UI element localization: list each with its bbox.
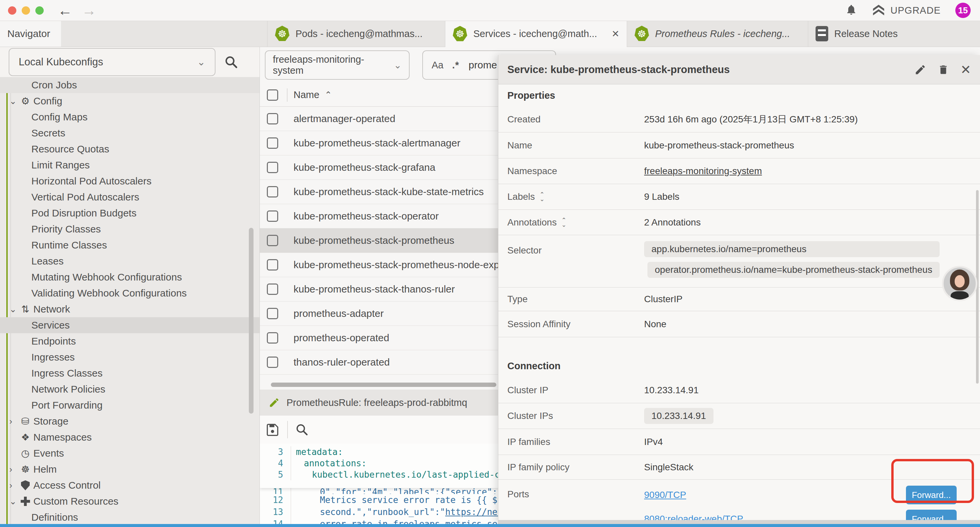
tree-chevron-icon[interactable]: ⌄: [10, 304, 19, 315]
sidebar-item-limit-ranges[interactable]: Limit Ranges: [0, 157, 259, 173]
row-namespace: Namespace freeleaps-monitoring-system: [498, 158, 980, 184]
sidebar-item-horizontal-pod-autoscalers[interactable]: Horizontal Pod Autoscalers: [0, 173, 259, 189]
window-titlebar: ← → UPGRADE 15: [0, 0, 980, 21]
line-number: 5: [260, 470, 291, 480]
tab-services[interactable]: ☸ Services - icecheng@math... ✕: [445, 21, 627, 47]
forward-port-button[interactable]: Forward...: [906, 486, 957, 504]
sidebar-item-cron-jobs[interactable]: Cron Jobs: [0, 77, 259, 93]
sort-ascending-icon[interactable]: ⌃: [325, 90, 332, 100]
expand-labels-icon[interactable]: ⌃⌄: [540, 192, 545, 201]
row-ip-families: IP families IPv4: [498, 429, 980, 455]
row-checkbox[interactable]: [267, 308, 278, 319]
line-number: 14: [260, 519, 291, 524]
expand-annotations-icon[interactable]: ⌃⌄: [562, 218, 566, 227]
sidebar-item-vertical-pod-autoscalers[interactable]: Vertical Pod Autoscalers: [0, 189, 259, 205]
upgrade-button[interactable]: UPGRADE: [872, 4, 941, 17]
save-icon[interactable]: [265, 422, 280, 437]
row-labels: Labels ⌃⌄ 9 Labels: [498, 184, 980, 210]
row-checkbox[interactable]: [267, 113, 278, 124]
row-checkbox[interactable]: [267, 210, 278, 222]
namespace-link[interactable]: freeleaps-monitoring-system: [644, 166, 762, 177]
user-avatar[interactable]: [942, 266, 977, 301]
tree-chevron-icon[interactable]: ›: [10, 416, 19, 427]
sidebar-item-ingresses[interactable]: Ingresses: [0, 349, 259, 365]
column-header-name[interactable]: Name: [294, 89, 319, 100]
avatar-torso: [951, 291, 969, 301]
sidebar-item-validating-webhook-configurations[interactable]: Validating Webhook Configurations: [0, 285, 259, 301]
delete-trash-icon[interactable]: [938, 64, 949, 76]
row-checkbox[interactable]: [267, 357, 278, 368]
row-ip-family-policy: IP family policy SingleStack: [498, 455, 980, 480]
close-tab-icon[interactable]: ✕: [606, 29, 619, 39]
row-checkbox[interactable]: [267, 137, 278, 149]
sidebar-item-ingress-classes[interactable]: Ingress Classes: [0, 365, 259, 381]
edit-pencil-icon[interactable]: [914, 64, 926, 76]
sidebar-item-storage[interactable]: › ⛁ Storage: [0, 413, 259, 429]
sidebar-item-access-control[interactable]: › Access Control: [0, 477, 259, 493]
sidebar-item-priority-classes[interactable]: Priority Classes: [0, 221, 259, 237]
sidebar-item-pod-disruption-budgets[interactable]: Pod Disruption Budgets: [0, 205, 259, 221]
row-selector: Selector app.kubernetes.io/name=promethe…: [498, 235, 980, 288]
sidebar-item-secrets[interactable]: Secrets: [0, 125, 259, 141]
row-annotations: Annotations ⌃⌄ 2 Annotations: [498, 210, 980, 235]
sidebar-item-mutating-webhook-configurations[interactable]: Mutating Webhook Configurations: [0, 269, 259, 285]
sidebar-item-services[interactable]: Services: [0, 317, 259, 333]
match-case-toggle[interactable]: Aa: [432, 60, 443, 71]
sidebar-item-custom-resources[interactable]: ⌄ Custom Resources: [0, 493, 259, 509]
row-checkbox[interactable]: [267, 332, 278, 344]
kubernetes-icon: ☸: [275, 25, 290, 42]
lens-window: ← → UPGRADE 15 Navigator ☸ Pods - iceche: [0, 0, 980, 527]
forward-arrow-icon[interactable]: →: [82, 3, 96, 18]
notification-count-badge[interactable]: 15: [955, 3, 970, 18]
upgrade-label: UPGRADE: [891, 5, 941, 16]
navigator-panel-tab[interactable]: Navigator: [0, 21, 61, 47]
section-heading-connection: Connection: [498, 337, 980, 377]
close-drawer-icon[interactable]: ✕: [960, 62, 971, 77]
section-heading-properties: Properties: [498, 84, 980, 107]
tab-release-notes[interactable]: Release Notes: [808, 21, 980, 47]
kubernetes-icon: ☸: [635, 25, 649, 42]
notifications-bell-icon[interactable]: [845, 3, 857, 18]
port-link[interactable]: 9090/TCP: [644, 490, 686, 500]
tree-chevron-icon[interactable]: ⌄: [10, 96, 19, 107]
layers-icon: ❖: [19, 431, 31, 443]
row-checkbox[interactable]: [267, 283, 278, 295]
sidebar-item-namespaces[interactable]: ❖ Namespaces: [0, 429, 259, 445]
sidebar-item-leases[interactable]: Leases: [0, 253, 259, 269]
document-icon: [816, 26, 828, 41]
row-checkbox[interactable]: [267, 235, 278, 246]
sidebar-item-endpoints[interactable]: Endpoints: [0, 333, 259, 349]
sidebar-item-network[interactable]: ⌄ ⇅ Network: [0, 301, 259, 317]
tree-chevron-icon[interactable]: ⌄: [10, 496, 19, 507]
sidebar-item-config-maps[interactable]: Config Maps: [0, 109, 259, 125]
sidebar-item-runtime-classes[interactable]: Runtime Classes: [0, 237, 259, 253]
tree-chevron-icon[interactable]: ›: [10, 464, 19, 474]
kubeconfig-source-select[interactable]: Local Kubeconfigs ⌄: [9, 48, 215, 76]
tree-chevron-icon[interactable]: ›: [10, 480, 19, 490]
row-checkbox[interactable]: [267, 162, 278, 173]
column-divider: [287, 88, 288, 102]
dock-tab[interactable]: PrometheusRule: freeleaps-prod-rabbitmq: [260, 390, 499, 416]
tab-prometheus-rules[interactable]: ☸ Prometheus Rules - icecheng...: [627, 21, 808, 47]
sidebar-item-network-policies[interactable]: Network Policies: [0, 381, 259, 397]
close-window-icon[interactable]: [8, 6, 16, 15]
sidebar-item-events[interactable]: ◷ Events: [0, 445, 259, 461]
regex-toggle[interactable]: .*: [452, 60, 459, 71]
sidebar-item-helm[interactable]: › ☸ Helm: [0, 461, 259, 477]
namespace-filter-select[interactable]: freeleaps-monitoring-system ⌄: [265, 50, 410, 80]
sidebar-item-resource-quotas[interactable]: Resource Quotas: [0, 141, 259, 157]
sidebar-search-icon[interactable]: [224, 55, 238, 69]
table-horizontal-scrollbar[interactable]: [271, 382, 496, 387]
back-arrow-icon[interactable]: ←: [58, 3, 72, 18]
minimize-window-icon[interactable]: [22, 6, 30, 15]
select-all-checkbox[interactable]: [267, 89, 278, 101]
tab-pods[interactable]: ☸ Pods - icecheng@mathmas...: [267, 21, 445, 47]
zoom-window-icon[interactable]: [35, 6, 44, 15]
row-checkbox[interactable]: [267, 186, 278, 197]
editor-search-icon[interactable]: [295, 423, 309, 436]
row-checkbox[interactable]: [267, 259, 278, 271]
sidebar-item-config[interactable]: ⌄ ⚙ Config: [0, 93, 259, 109]
sidebar-item-port-forwarding[interactable]: Port Forwarding: [0, 397, 259, 413]
sidebar-scrollbar[interactable]: [249, 228, 253, 414]
sidebar-item-definitions[interactable]: Definitions: [0, 509, 259, 524]
